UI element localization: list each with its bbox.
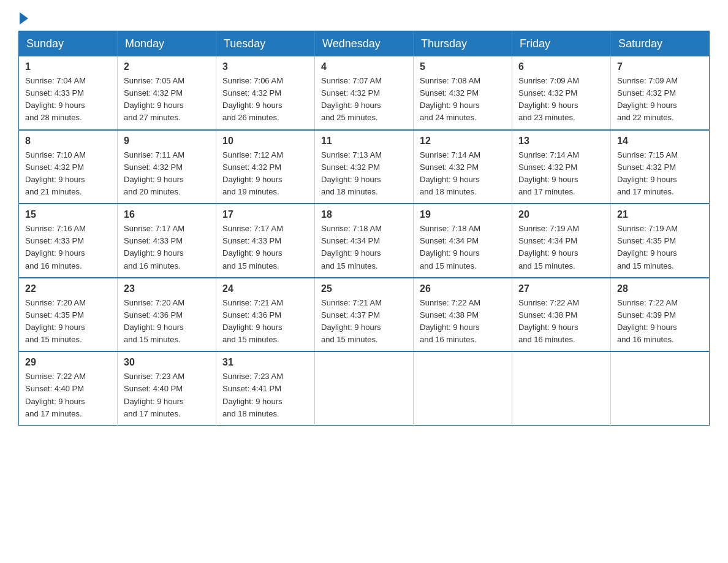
calendar-day-cell: 29Sunrise: 7:22 AMSunset: 4:40 PMDayligh… — [19, 351, 118, 425]
day-of-week-header: Sunday — [19, 31, 118, 57]
day-info: Sunrise: 7:20 AMSunset: 4:36 PMDaylight:… — [124, 297, 210, 347]
calendar-day-cell: 22Sunrise: 7:20 AMSunset: 4:35 PMDayligh… — [19, 278, 118, 352]
calendar-week-row: 15Sunrise: 7:16 AMSunset: 4:33 PMDayligh… — [19, 204, 710, 278]
calendar-day-cell: 18Sunrise: 7:18 AMSunset: 4:34 PMDayligh… — [315, 204, 414, 278]
day-info: Sunrise: 7:19 AMSunset: 4:35 PMDaylight:… — [617, 223, 703, 272]
day-number: 22 — [25, 283, 111, 294]
day-number: 28 — [617, 283, 703, 294]
calendar-day-cell: 9Sunrise: 7:11 AMSunset: 4:32 PMDaylight… — [118, 130, 216, 204]
calendar-day-cell: 12Sunrise: 7:14 AMSunset: 4:32 PMDayligh… — [414, 130, 512, 204]
day-number: 25 — [321, 283, 407, 294]
calendar-week-row: 29Sunrise: 7:22 AMSunset: 4:40 PMDayligh… — [19, 351, 710, 425]
calendar-day-cell: 10Sunrise: 7:12 AMSunset: 4:32 PMDayligh… — [216, 130, 315, 204]
calendar-day-cell: 15Sunrise: 7:16 AMSunset: 4:33 PMDayligh… — [19, 204, 118, 278]
calendar-day-cell: 28Sunrise: 7:22 AMSunset: 4:39 PMDayligh… — [611, 278, 710, 352]
day-info: Sunrise: 7:09 AMSunset: 4:32 PMDaylight:… — [518, 75, 604, 124]
day-info: Sunrise: 7:22 AMSunset: 4:39 PMDaylight:… — [617, 297, 703, 347]
day-info: Sunrise: 7:09 AMSunset: 4:32 PMDaylight:… — [617, 75, 703, 124]
day-number: 23 — [124, 283, 210, 294]
day-info: Sunrise: 7:23 AMSunset: 4:41 PMDaylight:… — [222, 370, 308, 420]
day-info: Sunrise: 7:14 AMSunset: 4:32 PMDaylight:… — [420, 149, 506, 199]
calendar-day-cell — [315, 351, 414, 425]
day-number: 30 — [124, 357, 210, 368]
day-number: 26 — [420, 283, 506, 294]
day-number: 9 — [124, 136, 210, 147]
day-info: Sunrise: 7:17 AMSunset: 4:33 PMDaylight:… — [222, 223, 308, 272]
day-of-week-header: Thursday — [414, 31, 512, 57]
day-info: Sunrise: 7:15 AMSunset: 4:32 PMDaylight:… — [617, 149, 703, 199]
calendar-day-cell: 16Sunrise: 7:17 AMSunset: 4:33 PMDayligh… — [118, 204, 216, 278]
calendar-day-cell: 14Sunrise: 7:15 AMSunset: 4:32 PMDayligh… — [611, 130, 710, 204]
day-info: Sunrise: 7:16 AMSunset: 4:33 PMDaylight:… — [25, 223, 111, 272]
calendar-day-cell: 13Sunrise: 7:14 AMSunset: 4:32 PMDayligh… — [512, 130, 611, 204]
calendar-day-cell: 2Sunrise: 7:05 AMSunset: 4:32 PMDaylight… — [118, 56, 216, 130]
day-number: 21 — [617, 209, 703, 220]
calendar-day-cell: 20Sunrise: 7:19 AMSunset: 4:34 PMDayligh… — [512, 204, 611, 278]
day-number: 20 — [518, 209, 604, 220]
calendar-day-cell — [512, 351, 611, 425]
logo[interactable] — [18, 12, 29, 25]
calendar-day-cell: 23Sunrise: 7:20 AMSunset: 4:36 PMDayligh… — [118, 278, 216, 352]
calendar-day-cell — [611, 351, 710, 425]
day-number: 14 — [617, 136, 703, 147]
day-of-week-header: Friday — [512, 31, 611, 57]
calendar-week-row: 22Sunrise: 7:20 AMSunset: 4:35 PMDayligh… — [19, 278, 710, 352]
day-info: Sunrise: 7:11 AMSunset: 4:32 PMDaylight:… — [124, 149, 210, 199]
calendar-day-cell: 3Sunrise: 7:06 AMSunset: 4:32 PMDaylight… — [216, 56, 315, 130]
day-number: 6 — [518, 61, 604, 72]
calendar-day-cell: 24Sunrise: 7:21 AMSunset: 4:36 PMDayligh… — [216, 278, 315, 352]
day-of-week-header: Monday — [118, 31, 216, 57]
day-info: Sunrise: 7:07 AMSunset: 4:32 PMDaylight:… — [321, 75, 407, 124]
day-number: 5 — [420, 61, 506, 72]
day-info: Sunrise: 7:13 AMSunset: 4:32 PMDaylight:… — [321, 149, 407, 199]
day-info: Sunrise: 7:22 AMSunset: 4:38 PMDaylight:… — [518, 297, 604, 347]
day-number: 17 — [222, 209, 308, 220]
day-of-week-header: Wednesday — [315, 31, 414, 57]
calendar-day-cell: 1Sunrise: 7:04 AMSunset: 4:33 PMDaylight… — [19, 56, 118, 130]
day-of-week-header: Tuesday — [216, 31, 315, 57]
calendar-day-cell: 11Sunrise: 7:13 AMSunset: 4:32 PMDayligh… — [315, 130, 414, 204]
day-info: Sunrise: 7:21 AMSunset: 4:37 PMDaylight:… — [321, 297, 407, 347]
calendar-header-row: SundayMondayTuesdayWednesdayThursdayFrid… — [19, 31, 710, 57]
day-number: 4 — [321, 61, 407, 72]
calendar-table: SundayMondayTuesdayWednesdayThursdayFrid… — [18, 31, 710, 426]
calendar-day-cell: 8Sunrise: 7:10 AMSunset: 4:32 PMDaylight… — [19, 130, 118, 204]
day-info: Sunrise: 7:18 AMSunset: 4:34 PMDaylight:… — [321, 223, 407, 272]
day-number: 16 — [124, 209, 210, 220]
day-info: Sunrise: 7:20 AMSunset: 4:35 PMDaylight:… — [25, 297, 111, 347]
calendar-day-cell: 27Sunrise: 7:22 AMSunset: 4:38 PMDayligh… — [512, 278, 611, 352]
day-info: Sunrise: 7:12 AMSunset: 4:32 PMDaylight:… — [222, 149, 308, 199]
day-number: 29 — [25, 357, 111, 368]
calendar-day-cell: 7Sunrise: 7:09 AMSunset: 4:32 PMDaylight… — [611, 56, 710, 130]
day-info: Sunrise: 7:22 AMSunset: 4:40 PMDaylight:… — [25, 370, 111, 420]
day-number: 24 — [222, 283, 308, 294]
day-info: Sunrise: 7:21 AMSunset: 4:36 PMDaylight:… — [222, 297, 308, 347]
day-number: 13 — [518, 136, 604, 147]
calendar-day-cell: 30Sunrise: 7:23 AMSunset: 4:40 PMDayligh… — [118, 351, 216, 425]
calendar-day-cell: 21Sunrise: 7:19 AMSunset: 4:35 PMDayligh… — [611, 204, 710, 278]
day-info: Sunrise: 7:23 AMSunset: 4:40 PMDaylight:… — [124, 370, 210, 420]
calendar-day-cell — [414, 351, 512, 425]
day-info: Sunrise: 7:17 AMSunset: 4:33 PMDaylight:… — [124, 223, 210, 272]
day-number: 11 — [321, 136, 407, 147]
day-number: 2 — [124, 61, 210, 72]
day-number: 3 — [222, 61, 308, 72]
day-number: 12 — [420, 136, 506, 147]
calendar-day-cell: 5Sunrise: 7:08 AMSunset: 4:32 PMDaylight… — [414, 56, 512, 130]
day-info: Sunrise: 7:18 AMSunset: 4:34 PMDaylight:… — [420, 223, 506, 272]
day-number: 31 — [222, 357, 308, 368]
day-info: Sunrise: 7:05 AMSunset: 4:32 PMDaylight:… — [124, 75, 210, 124]
day-number: 1 — [25, 61, 111, 72]
day-info: Sunrise: 7:04 AMSunset: 4:33 PMDaylight:… — [25, 75, 111, 124]
day-number: 7 — [617, 61, 703, 72]
day-number: 27 — [518, 283, 604, 294]
calendar-week-row: 8Sunrise: 7:10 AMSunset: 4:32 PMDaylight… — [19, 130, 710, 204]
calendar-day-cell: 31Sunrise: 7:23 AMSunset: 4:41 PMDayligh… — [216, 351, 315, 425]
page-header — [18, 12, 710, 25]
day-info: Sunrise: 7:22 AMSunset: 4:38 PMDaylight:… — [420, 297, 506, 347]
day-info: Sunrise: 7:19 AMSunset: 4:34 PMDaylight:… — [518, 223, 604, 272]
logo-arrow-icon — [20, 12, 28, 25]
day-of-week-header: Saturday — [611, 31, 710, 57]
calendar-day-cell: 6Sunrise: 7:09 AMSunset: 4:32 PMDaylight… — [512, 56, 611, 130]
calendar-day-cell: 19Sunrise: 7:18 AMSunset: 4:34 PMDayligh… — [414, 204, 512, 278]
